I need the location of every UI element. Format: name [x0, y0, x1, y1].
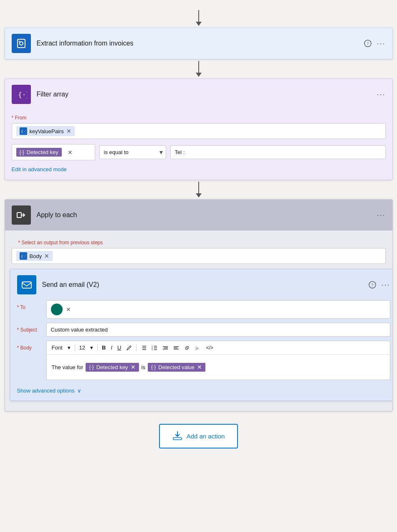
body-token-1-icon: {·} [89, 364, 94, 370]
extract-help-button[interactable]: ? [364, 40, 372, 47]
svg-line-2 [19, 41, 20, 42]
body-token-2-close[interactable]: ✕ [197, 364, 202, 370]
font-select[interactable]: Font [50, 344, 64, 352]
body-icon: {·} [20, 252, 27, 260]
filter-more-button[interactable]: ··· [377, 90, 385, 99]
condition-value-input[interactable] [170, 145, 386, 159]
svg-rect-32 [173, 438, 182, 440]
show-advanced-label: Show advanced options [17, 388, 75, 394]
body-label: Body [30, 253, 42, 259]
subject-input[interactable] [46, 323, 390, 337]
indent-left-button[interactable] [161, 344, 170, 352]
detected-key-label: Detected key [27, 149, 58, 155]
edit-advanced-button[interactable]: Edit in advanced mode [12, 166, 67, 172]
underline-button[interactable]: U [116, 344, 123, 352]
from-label: * From [12, 115, 386, 121]
arrow-1 [196, 61, 202, 77]
output-field: {·} Body ✕ [12, 248, 386, 264]
numbered-list-button[interactable]: 1. 2. 3. [150, 344, 159, 352]
body-toolbar: Font ▾ 12 ▾ B I U [47, 341, 390, 355]
body-token-1: {·} Detected key ✕ [86, 363, 139, 372]
svg-text:3.: 3. [152, 348, 153, 351]
email-more-button[interactable]: ··· [381, 281, 390, 289]
divider-3 [136, 345, 137, 351]
kvp-token: {·} keyValuePairs ✕ [16, 126, 75, 136]
svg-text:?: ? [367, 41, 369, 46]
filter-icon: {·} [12, 85, 31, 104]
body-label: * Body [17, 341, 42, 351]
pen-button[interactable] [124, 344, 134, 352]
email-title: Send an email (V2) [42, 281, 363, 289]
svg-point-1 [20, 42, 23, 45]
svg-text:{·}: {·} [18, 91, 27, 99]
kvp-icon: {·} [20, 127, 27, 135]
svg-text:{·}: {·} [21, 254, 26, 258]
add-action-button[interactable]: Add an action [159, 424, 238, 448]
top-arrow [196, 10, 202, 26]
detected-key-token: {·} Detected key [16, 148, 62, 157]
unlink-button[interactable] [193, 344, 202, 352]
condition-token-close[interactable]: ✕ [68, 149, 73, 155]
svg-rect-7 [17, 213, 21, 218]
to-label: * To [17, 300, 42, 310]
show-advanced-button[interactable]: Show advanced options ∨ [17, 388, 81, 394]
link-button[interactable] [182, 344, 192, 352]
subject-row: * Subject [17, 323, 390, 337]
condition-row: {·} Detected key ✕ is equal to [12, 144, 386, 160]
divider-1 [75, 345, 75, 351]
extract-card: Extract information from invoices ? ··· [5, 28, 393, 59]
apply-card: Apply to each ··· * Select an output fro… [5, 199, 393, 411]
chevron-down-icon: ∨ [77, 388, 81, 394]
operator-wrapper: is equal to [99, 145, 166, 159]
operator-select[interactable]: is equal to [99, 145, 166, 159]
recipient-avatar [51, 304, 63, 315]
to-row: * To ✕ [17, 300, 390, 319]
font-dropdown-btn[interactable]: ▾ [66, 344, 72, 352]
to-field: ✕ [46, 300, 390, 319]
body-is-text: is [142, 364, 145, 370]
body-row: * Body Font ▾ 12 ▾ B I U [17, 341, 390, 380]
email-card: Send an email (V2) ? ··· * To [10, 269, 393, 401]
kvp-close[interactable]: ✕ [66, 128, 71, 134]
body-text: The value for [52, 364, 83, 370]
apply-more-button[interactable]: ··· [377, 211, 385, 220]
email-icon [17, 275, 36, 294]
font-size[interactable]: 12 [78, 344, 87, 352]
svg-rect-10 [22, 282, 31, 288]
condition-token-field: {·} Detected key ✕ [12, 144, 95, 160]
recipient-close[interactable]: ✕ [66, 307, 71, 312]
body-token-2: {·} Detected value ✕ [148, 363, 205, 372]
divider-2 [97, 345, 98, 351]
add-action-icon [172, 431, 182, 442]
body-editor: Font ▾ 12 ▾ B I U [46, 341, 390, 380]
body-token-2-label: Detected value [158, 364, 195, 370]
extract-more-button[interactable]: ··· [377, 39, 385, 48]
subject-label: * Subject [17, 323, 42, 333]
filter-title: Filter array [37, 91, 371, 98]
email-help-button[interactable]: ? [369, 281, 376, 289]
body-token-close[interactable]: ✕ [44, 253, 49, 259]
add-action-label: Add an action [187, 433, 225, 440]
body-token: {·} Body ✕ [16, 251, 53, 261]
svg-rect-0 [18, 39, 25, 48]
indent-right-button[interactable] [172, 344, 181, 352]
apply-icon [12, 205, 31, 225]
email-form: * To ✕ * Subject * Body Font [10, 300, 393, 400]
extract-icon [12, 34, 31, 53]
svg-text:{·}: {·} [21, 129, 26, 134]
code-button[interactable]: </> [204, 344, 215, 352]
show-advanced-container: Show advanced options ∨ [17, 384, 390, 394]
bullet-list-button[interactable] [139, 344, 148, 352]
bold-button[interactable]: B [100, 344, 107, 352]
svg-text:?: ? [372, 282, 374, 287]
italic-button[interactable]: I [109, 344, 114, 352]
kvp-label: keyValuePairs [30, 128, 64, 134]
extract-title: Extract information from invoices [37, 40, 359, 47]
body-token-1-close[interactable]: ✕ [131, 364, 136, 370]
from-field: {·} keyValuePairs ✕ [12, 123, 386, 139]
select-output-label: * Select an output from previous steps [12, 236, 386, 248]
body-content: The value for {·} Detected key ✕ is {·} … [47, 355, 390, 380]
body-token-2-icon: {·} [151, 364, 156, 370]
font-size-dropdown[interactable]: ▾ [89, 344, 95, 352]
body-token-1-label: Detected key [96, 364, 128, 370]
